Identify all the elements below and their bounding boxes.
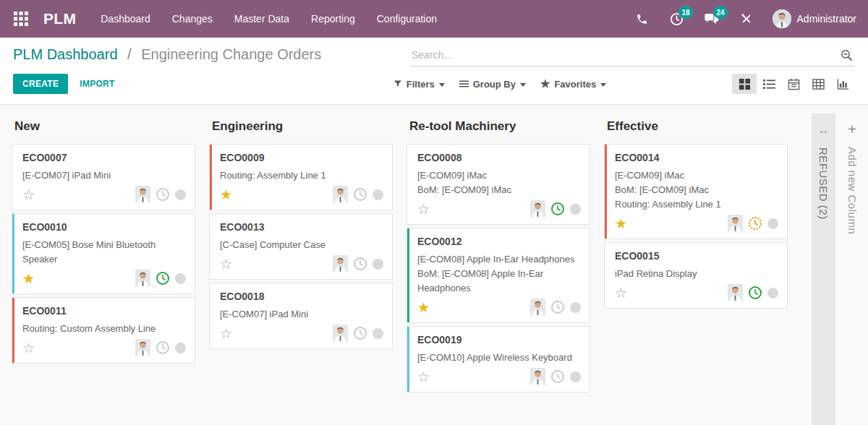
import-button[interactable]: IMPORT: [80, 79, 114, 89]
menu-master-data[interactable]: Master Data: [234, 13, 289, 25]
activity-clock-icon[interactable]: [353, 326, 367, 340]
assignee-avatar[interactable]: [530, 368, 545, 385]
kanban-state-dot[interactable]: [175, 189, 186, 200]
search-icon[interactable]: [840, 48, 854, 62]
priority-star-icon[interactable]: [417, 202, 430, 216]
kanban-state-dot[interactable]: [570, 302, 581, 313]
kanban-state-dot[interactable]: [373, 189, 383, 200]
eco-reference: ECO0014: [615, 152, 778, 163]
tools-icon[interactable]: [738, 10, 755, 27]
view-calendar-icon[interactable]: [781, 74, 806, 94]
priority-star-icon[interactable]: [220, 327, 232, 340]
assignee-avatar[interactable]: [135, 270, 150, 287]
kanban-state-dot[interactable]: [570, 372, 581, 382]
priority-star-icon[interactable]: [22, 188, 35, 202]
assignee-avatar[interactable]: [530, 200, 545, 218]
apps-grid-icon[interactable]: [10, 8, 32, 30]
view-list-icon[interactable]: [757, 74, 781, 94]
collapsed-column-refused[interactable]: ↔ REFUSED (2): [812, 113, 835, 425]
activity-clock-icon[interactable]: [550, 300, 565, 314]
favorites-star-icon: ★: [540, 79, 550, 89]
kanban-state-dot[interactable]: [570, 204, 581, 215]
menu-dashboard[interactable]: Dashboard: [101, 13, 150, 25]
activities-clock-icon[interactable]: 18: [668, 10, 686, 27]
filters-dropdown[interactable]: Filters: [393, 79, 445, 90]
assignee-avatar[interactable]: [135, 339, 150, 356]
kanban-card[interactable]: ECO0009 Routing: Assembly Line 1: [209, 144, 393, 210]
priority-star-icon[interactable]: [22, 341, 35, 355]
column-title[interactable]: Re-tool Machinery: [409, 119, 590, 134]
messages-badge: 24: [713, 6, 727, 19]
group-by-dropdown[interactable]: Group By: [459, 79, 526, 90]
breadcrumb-current: Engineering Change Orders: [141, 46, 321, 62]
kanban-card[interactable]: ECO0019 [E-COM10] Apple Wireless Keyboar…: [407, 326, 590, 392]
activity-clock-icon[interactable]: [156, 187, 170, 202]
kanban-card[interactable]: ECO0012 [E-COM08] Apple In-Ear Headphone…: [407, 228, 590, 323]
kanban-card[interactable]: ECO0018 [E-COM07] iPad Mini: [209, 283, 393, 349]
create-button[interactable]: CREATE: [13, 74, 68, 94]
main-menu: Dashboard Changes Master Data Reporting …: [101, 13, 437, 25]
kanban-card[interactable]: ECO0010 [E-COM05] Bose Mini Bluetooth Sp…: [12, 213, 195, 294]
priority-star-icon[interactable]: [417, 301, 430, 314]
activity-clock-icon[interactable]: [353, 257, 367, 271]
favorites-dropdown[interactable]: ★ Favorites: [540, 79, 606, 90]
activity-clock-icon[interactable]: [353, 187, 367, 202]
messages-icon[interactable]: 24: [703, 10, 720, 27]
assignee-avatar[interactable]: [333, 255, 348, 272]
priority-star-icon[interactable]: [615, 217, 627, 231]
view-kanban-icon[interactable]: [732, 74, 757, 94]
view-graph-icon[interactable]: [830, 74, 855, 94]
eco-reference: ECO0008: [417, 152, 581, 163]
app-brand[interactable]: PLM: [43, 10, 76, 27]
kanban-card[interactable]: ECO0013 [C-Case] Computer Case: [209, 213, 393, 280]
menu-reporting[interactable]: Reporting: [311, 13, 355, 25]
user-menu[interactable]: Administrator: [773, 9, 856, 28]
search-input[interactable]: [410, 45, 855, 66]
activity-clock-icon[interactable]: [748, 216, 762, 231]
assignee-avatar[interactable]: [333, 186, 348, 203]
activity-clock-icon[interactable]: [748, 286, 762, 300]
kanban-state-dot[interactable]: [373, 259, 383, 270]
activity-clock-icon[interactable]: [550, 202, 565, 216]
activity-clock-icon[interactable]: [550, 369, 565, 384]
assignee-avatar[interactable]: [728, 215, 743, 232]
kanban-state-dot[interactable]: [175, 273, 186, 284]
view-pivot-icon[interactable]: [806, 74, 830, 94]
column-title[interactable]: Engineering: [212, 119, 393, 134]
assignee-avatar[interactable]: [530, 299, 545, 316]
kanban-card[interactable]: ECO0011 Routing: Custom Assembly Line: [12, 297, 195, 364]
activity-clock-icon[interactable]: [156, 340, 170, 355]
eco-description: Routing: Custom Assembly Line: [22, 322, 186, 336]
kanban-state-dot[interactable]: [767, 218, 778, 229]
priority-star-icon[interactable]: [220, 188, 232, 202]
user-avatar: [773, 9, 791, 28]
kanban-card[interactable]: ECO0015 iPad Retina Display: [604, 242, 788, 309]
menu-configuration[interactable]: Configuration: [377, 13, 437, 25]
menu-changes[interactable]: Changes: [172, 13, 213, 25]
eco-reference: ECO0013: [220, 221, 383, 233]
kanban-card[interactable]: ECO0008 [E-COM09] iMac BoM: [E-COM09] iM…: [407, 144, 590, 225]
column-title[interactable]: Effective: [607, 119, 788, 134]
assignee-avatar[interactable]: [728, 284, 743, 301]
add-new-column[interactable]: + Add new Column: [838, 113, 866, 425]
priority-star-icon[interactable]: [417, 370, 430, 384]
column-title[interactable]: New: [14, 119, 195, 134]
breadcrumb-parent[interactable]: PLM Dashboard: [13, 46, 118, 62]
eco-reference: ECO0009: [220, 152, 383, 163]
kanban-state-dot[interactable]: [373, 328, 383, 339]
kanban-state-dot[interactable]: [767, 288, 778, 299]
activity-clock-icon[interactable]: [156, 271, 170, 286]
priority-star-icon[interactable]: [615, 286, 627, 300]
kanban-card[interactable]: ECO0014 [E-COM09] iMac BoM: [E-COM09] iM…: [604, 144, 788, 239]
eco-reference: ECO0018: [220, 291, 383, 302]
phone-icon[interactable]: [634, 10, 651, 27]
add-column-label: Add new Column: [846, 147, 859, 234]
priority-star-icon[interactable]: [22, 272, 35, 286]
chevron-down-icon: [520, 83, 526, 87]
assignee-avatar[interactable]: [135, 186, 150, 203]
kanban-card[interactable]: ECO0007 [E-COM07] iPad Mini: [12, 144, 195, 210]
filter-funnel-icon: [393, 80, 402, 88]
kanban-state-dot[interactable]: [175, 343, 186, 353]
assignee-avatar[interactable]: [333, 325, 348, 342]
priority-star-icon[interactable]: [220, 257, 232, 271]
